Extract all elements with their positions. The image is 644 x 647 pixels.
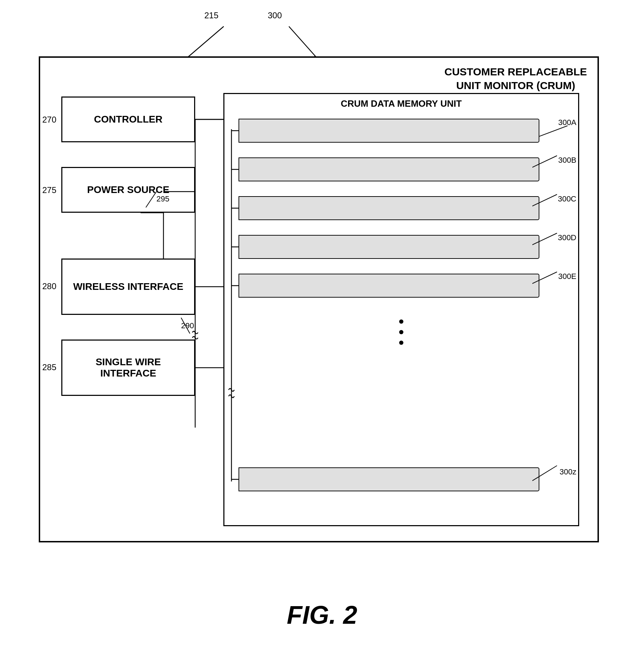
ref-300a: 300A bbox=[558, 118, 576, 127]
ellipsis-dots bbox=[399, 319, 403, 345]
svg-line-31 bbox=[532, 233, 557, 245]
dot-1 bbox=[399, 319, 403, 324]
connection-lines bbox=[40, 58, 252, 516]
page-container: 215 300 CUSTOMER REPLACEABLE UNIT MONITO… bbox=[0, 0, 644, 647]
ref-300c: 300C bbox=[558, 194, 576, 204]
memory-row-300z bbox=[239, 467, 539, 491]
ref-300b: 300B bbox=[558, 156, 576, 165]
svg-line-0 bbox=[187, 26, 224, 58]
ref-215: 215 bbox=[204, 11, 218, 20]
ref-300c-arrow bbox=[532, 193, 561, 207]
outer-box: CUSTOMER REPLACEABLE UNIT MONITOR (CRUM)… bbox=[39, 56, 599, 542]
ref-300z-arrow bbox=[532, 464, 561, 481]
memory-row-300e bbox=[239, 274, 539, 298]
svg-line-29 bbox=[532, 156, 557, 167]
crum-title: CUSTOMER REPLACEABLE UNIT MONITOR (CRUM) bbox=[445, 65, 587, 92]
svg-line-2 bbox=[289, 26, 317, 58]
crum-data-label: CRUM DATA MEMORY UNIT bbox=[341, 98, 462, 109]
figure-label: FIG. 2 bbox=[287, 601, 357, 629]
ref-300e-arrow bbox=[532, 270, 561, 284]
memory-row-300d bbox=[239, 235, 539, 259]
crum-title-line2: UNIT MONITOR (CRUM) bbox=[445, 79, 587, 92]
ref-300e: 300E bbox=[558, 272, 576, 281]
memory-row-300a bbox=[239, 119, 539, 143]
ref-300z: 300z bbox=[559, 467, 576, 477]
svg-line-32 bbox=[532, 272, 557, 284]
ref-300d: 300D bbox=[558, 233, 576, 242]
svg-line-33 bbox=[532, 466, 557, 481]
ref-300b-arrow bbox=[532, 154, 561, 168]
crum-memory-box: CRUM DATA MEMORY UNIT 300A 300B 300C bbox=[223, 93, 579, 526]
svg-line-30 bbox=[532, 194, 557, 206]
ref-300d-arrow bbox=[532, 231, 561, 245]
dot-2 bbox=[399, 330, 403, 334]
dot-3 bbox=[399, 341, 403, 345]
crum-title-line1: CUSTOMER REPLACEABLE bbox=[445, 65, 587, 79]
svg-line-28 bbox=[539, 126, 568, 136]
ref-300: 300 bbox=[268, 11, 282, 20]
memory-row-300b bbox=[239, 157, 539, 181]
memory-row-300c bbox=[239, 196, 539, 220]
